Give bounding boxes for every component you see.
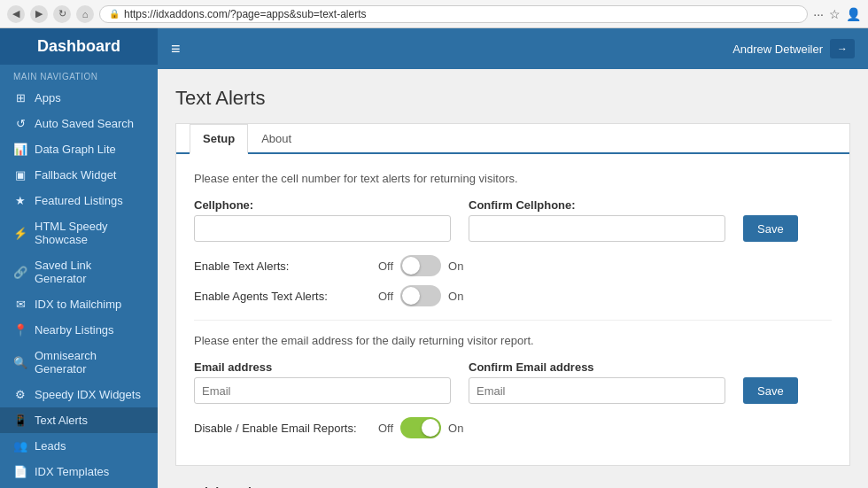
app-container: Dashboard MAIN NAVIGATION ⊞ Apps ↺ Auto … [0,28,868,488]
fallback-widget-icon: ▣ [13,168,27,182]
enable-agents-text-alerts-label: Enable Agents Text Alerts: [194,290,371,303]
webhook-title: Webhook [175,484,850,488]
sidebar-item-omnisearch-generator[interactable]: 🔍 Omnisearch Generator [0,343,158,382]
sidebar-item-fallback-widget-label: Fallback Widget [35,168,116,182]
confirm-cellphone-label: Confirm Cellphone: [469,198,725,212]
idx-to-mailchimp-icon: ✉ [13,298,27,311]
browser-chrome: ◀ ▶ ↻ ⌂ 🔒 https://idxaddons.com/?page=ap… [0,0,868,28]
auto-saved-search-icon: ↺ [13,117,27,130]
sidebar-item-text-alerts[interactable]: 📱 Text Alerts [0,407,158,433]
sidebar-item-idx-templates-label: IDX Templates [35,465,109,478]
sidebar-item-data-graph-lite[interactable]: 📊 Data Graph Lite [0,136,158,162]
cellphone-label: Cellphone: [194,198,451,212]
email-reports-toggle[interactable] [400,417,441,438]
sidebar-item-idx-templates[interactable]: 📄 IDX Templates [0,459,158,484]
sidebar-item-html-speedy-showcase[interactable]: ⚡ HTML Speedy Showcase [0,213,158,252]
featured-listings-icon: ★ [13,194,27,207]
confirm-email-group: Confirm Email address [469,360,725,404]
sidebar-item-saved-link-generator[interactable]: 🔗 Saved Link Generator [0,252,158,291]
disable-enable-email-row: Disable / Enable Email Reports: Off On [194,417,832,438]
email-group: Email address [194,360,451,404]
sidebar-item-speedy-idx-widgets[interactable]: ⚙ Speedy IDX Widgets [0,382,158,407]
topbar: ≡ Andrew Detweiler → [158,28,868,69]
email-save-button[interactable]: Save [743,377,798,404]
tab-setup[interactable]: Setup [190,124,248,154]
refresh-button[interactable]: ↻ [53,5,71,23]
apps-icon: ⊞ [13,91,27,105]
lock-icon: 🔒 [109,9,120,19]
sidebar-item-featured-listings[interactable]: ★ Featured Listings [0,188,158,213]
enable-text-alerts-toggle[interactable] [400,255,441,276]
idx-templates-icon: 📄 [13,465,27,478]
toggle-thumb [402,257,420,275]
sidebar-item-apps-label: Apps [35,91,61,105]
sidebar-header: Dashboard [0,28,158,65]
more-button[interactable]: ··· [813,7,824,21]
email-toggle-thumb [422,419,439,437]
disable-enable-email-label: Disable / Enable Email Reports: [194,422,371,435]
cell-description: Please enter the cell number for text al… [194,172,832,185]
confirm-cellphone-input[interactable] [469,215,725,242]
sidebar-item-auto-saved-search[interactable]: ↺ Auto Saved Search [0,111,158,136]
sidebar-item-apps[interactable]: ⊞ Apps [0,85,158,111]
confirm-email-label: Confirm Email address [469,360,725,374]
card-body: Please enter the cell number for text al… [176,154,849,465]
sidebar-item-leads[interactable]: 👥 Leads [0,433,158,459]
bookmark-button[interactable]: ☆ [829,7,841,21]
saved-link-generator-icon: 🔗 [13,266,27,279]
sidebar-item-leads-label: Leads [35,439,66,453]
cellphone-save-button[interactable]: Save [743,215,798,242]
logout-button[interactable]: → [830,39,855,58]
email-input[interactable] [194,377,451,404]
html-speedy-showcase-icon: ⚡ [13,227,27,240]
sidebar-item-speedy-idx-widgets-label: Speedy IDX Widgets [35,388,141,401]
user-profile-button[interactable]: 👤 [846,7,861,21]
email-form-row: Email address Confirm Email address Save [194,360,832,404]
enable-agents-text-alerts-toggle[interactable] [400,285,441,306]
email-reports-off-label: Off [378,422,393,435]
text-alerts-card: Setup About Please enter the cell number… [175,123,850,466]
url-text: https://idxaddons.com/?page=apps&sub=tex… [124,8,367,20]
home-button[interactable]: ⌂ [76,5,94,23]
enable-text-alerts-row: Enable Text Alerts: Off On [194,255,832,276]
sidebar-item-text-alerts-label: Text Alerts [35,414,88,427]
sidebar-item-featured-listings-label: Featured Listings [35,194,123,207]
sidebar-item-idx-to-mailchimp[interactable]: ✉ IDX to Mailchimp [0,291,158,317]
back-button[interactable]: ◀ [7,5,25,23]
agents-text-alerts-off-label: Off [378,290,393,303]
topbar-left: ≡ [171,40,181,58]
hamburger-button[interactable]: ≡ [171,40,181,58]
nearby-listings-icon: 📍 [13,323,27,337]
browser-actions: ··· ☆ 👤 [813,7,861,21]
text-alerts-off-label: Off [378,259,393,273]
confirm-email-input[interactable] [469,377,725,404]
url-bar[interactable]: 🔒 https://idxaddons.com/?page=apps&sub=t… [99,5,808,23]
divider [194,320,832,321]
sidebar-item-nearby-listings[interactable]: 📍 Nearby Listings [0,317,158,343]
text-alerts-icon: 📱 [13,414,27,427]
sidebar-item-themes[interactable]: 🎨 Themes [0,484,158,488]
webhook-section: Webhook Setup About <script type="text/j… [175,484,850,488]
sidebar-item-data-graph-lite-label: Data Graph Lite [35,143,116,156]
confirm-cellphone-group: Confirm Cellphone: [469,198,725,242]
cellphone-input[interactable] [194,215,451,242]
enable-agents-text-alerts-row: Enable Agents Text Alerts: Off On [194,285,832,306]
user-name: Andrew Detweiler [732,43,823,56]
sidebar-item-saved-link-generator-label: Saved Link Generator [35,259,144,285]
email-description: Please enter the email address for the d… [194,334,832,347]
tab-about[interactable]: About [248,124,305,154]
page-title: Text Alerts [175,87,850,110]
sidebar-item-fallback-widget[interactable]: ▣ Fallback Widget [0,162,158,188]
sidebar-item-omnisearch-generator-label: Omnisearch Generator [35,349,144,376]
omnisearch-generator-icon: 🔍 [13,356,27,369]
sidebar-section-label: MAIN NAVIGATION [0,65,158,85]
forward-button[interactable]: ▶ [30,5,48,23]
cellphone-form-row: Cellphone: Confirm Cellphone: Save [194,198,832,242]
agents-text-alerts-on-label: On [448,290,463,303]
sidebar-item-idx-to-mailchimp-label: IDX to Mailchimp [35,298,121,311]
speedy-idx-widgets-icon: ⚙ [13,388,27,401]
data-graph-lite-icon: 📊 [13,143,27,156]
sidebar-item-auto-saved-search-label: Auto Saved Search [35,117,134,130]
email-label: Email address [194,360,451,374]
sidebar-item-nearby-listings-label: Nearby Listings [35,323,114,337]
